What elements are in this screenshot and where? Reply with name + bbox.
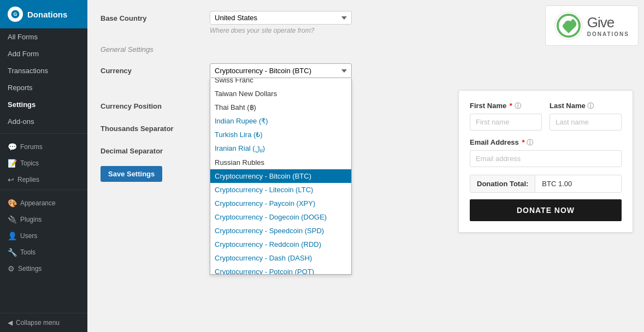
currency-position-label: Currency Position	[101, 99, 210, 110]
sidebar-item-settings2[interactable]: ⚙ Settings	[0, 259, 87, 275]
sidebar-item-plugins[interactable]: 🔌 Plugins	[0, 210, 87, 226]
currency-select-display[interactable]: Cryptocurrency - Bitcoin (BTC)	[210, 63, 352, 78]
first-name-info-icon[interactable]: ⓘ	[515, 102, 521, 110]
sidebar-section-topics-label: Topics	[20, 159, 39, 167]
currency-label: Currency	[101, 63, 210, 75]
general-settings-title: General Settings	[101, 45, 631, 54]
email-group: Email Address * ⓘ	[470, 138, 622, 167]
currency-option-12[interactable]: Cryptocurrency - Dogecoin (DOGE)	[210, 210, 351, 224]
last-name-input[interactable]	[550, 114, 622, 131]
sidebar-logo-text: Donations	[27, 10, 67, 19]
sidebar-section-tools-label: Tools	[20, 248, 36, 256]
currency-option-14[interactable]: Cryptocurrency - Reddcoin (RDD)	[210, 238, 351, 251]
name-row: First Name * ⓘ Last Name ⓘ	[470, 102, 622, 131]
sidebar-item-transactions[interactable]: Transactions	[0, 62, 87, 79]
currency-option-11[interactable]: Cryptocurrency - Paycoin (XPY)	[210, 197, 351, 210]
donation-total-row: Donation Total: BTC 1.00	[470, 175, 622, 193]
currency-option-4[interactable]: Thai Baht (฿)	[210, 100, 351, 114]
last-name-group: Last Name ⓘ	[550, 102, 622, 131]
sidebar-item-tools[interactable]: 🔧 Tools	[0, 242, 87, 259]
sidebar-section-users-label: Users	[20, 232, 37, 240]
sidebar: G Donations All Forms Add Form Transacti…	[0, 0, 87, 332]
currency-option-9[interactable]: Cryptocurrency - Bitcoin (BTC)	[210, 169, 351, 183]
main-content: Base Country United States Where does yo…	[87, 0, 644, 332]
currency-option-16[interactable]: Cryptocurrency - Potcoin (POT)	[210, 265, 351, 275]
donation-total-value: BTC 1.00	[535, 175, 578, 192]
sidebar-item-users[interactable]: 👤 Users	[0, 226, 87, 242]
sidebar-section-forums-label: Forums	[20, 143, 43, 151]
base-country-label: Base Country	[101, 11, 210, 22]
decimal-separator-label: Decimal Separator	[101, 144, 210, 155]
email-input[interactable]	[470, 150, 622, 167]
sidebar-divider-2	[0, 189, 87, 190]
give-logo-area: Give DONATIONS	[545, 5, 639, 46]
sidebar-item-add-form[interactable]: Add Form	[0, 45, 87, 62]
thousands-separator-label: Thousands Separator	[101, 121, 210, 133]
sidebar-section-appearance-label: Appearance	[20, 199, 56, 207]
collapse-arrow-icon: ◀	[8, 319, 13, 327]
email-label: Email Address * ⓘ	[470, 138, 622, 147]
appearance-icon: 🎨	[8, 199, 17, 208]
currency-option-7[interactable]: Iranian Rial (﷼)	[210, 141, 351, 156]
email-info-icon[interactable]: ⓘ	[527, 139, 533, 146]
replies-icon: ↩	[8, 175, 14, 184]
sidebar-item-reports[interactable]: Reports	[0, 79, 87, 96]
sidebar-item-appearance[interactable]: 🎨 Appearance	[0, 193, 87, 210]
last-name-info-icon[interactable]: ⓘ	[587, 102, 594, 110]
collapse-menu-label: Collapse menu	[16, 319, 60, 327]
sidebar-item-topics[interactable]: 📝 Topics	[0, 153, 87, 170]
collapse-menu-button[interactable]: ◀ Collapse menu	[0, 313, 87, 332]
sidebar-item-settings[interactable]: Settings	[0, 96, 87, 113]
sidebar-item-forums[interactable]: 💬 Forums	[0, 137, 87, 153]
sidebar-section-settings-label: Settings	[18, 265, 42, 272]
currency-option-8[interactable]: Russian Rubles	[210, 156, 351, 169]
sidebar-item-replies[interactable]: ↩ Replies	[0, 170, 87, 186]
base-country-select[interactable]: United States	[210, 11, 352, 25]
currency-option-6[interactable]: Turkish Lira (₺)	[210, 128, 351, 141]
plugins-icon: 🔌	[8, 215, 17, 224]
sidebar-nav: All Forms Add Form Transactions Reports …	[0, 28, 87, 313]
settings-icon: ⚙	[8, 264, 15, 273]
give-logo-svg	[554, 11, 583, 40]
svg-text:G: G	[13, 11, 17, 17]
currency-option-3[interactable]: Taiwan New Dollars	[210, 87, 351, 100]
sidebar-logo[interactable]: G Donations	[0, 0, 87, 28]
users-icon: 👤	[8, 232, 17, 240]
sidebar-section-replies-label: Replies	[17, 176, 39, 183]
first-name-required: *	[510, 102, 512, 110]
donate-now-button[interactable]: DONATE NOW	[470, 199, 622, 221]
sidebar-item-addons[interactable]: Add-ons	[0, 113, 87, 130]
first-name-group: First Name * ⓘ	[470, 102, 542, 131]
give-word: Give	[587, 14, 614, 31]
give-text-container: Give DONATIONS	[587, 14, 629, 37]
save-settings-button[interactable]: Save Settings	[101, 166, 162, 182]
give-donations-word: DONATIONS	[587, 31, 629, 37]
last-name-label: Last Name ⓘ	[550, 102, 622, 111]
forums-icon: 💬	[8, 143, 17, 151]
currency-row: Currency Cryptocurrency - Bitcoin (BTC) …	[101, 63, 631, 88]
currency-option-2[interactable]: Swiss Franc	[210, 78, 351, 87]
email-required: *	[522, 138, 524, 146]
first-name-label: First Name * ⓘ	[470, 102, 542, 111]
donation-total-label: Donation Total:	[470, 175, 535, 192]
topics-icon: 📝	[8, 159, 17, 168]
give-brand: Give	[587, 14, 629, 31]
currency-option-5[interactable]: Indian Rupee (₹)	[210, 114, 351, 128]
first-name-input[interactable]	[470, 114, 542, 131]
sidebar-divider	[0, 133, 87, 134]
sidebar-item-all-forms[interactable]: All Forms	[0, 28, 87, 45]
currency-wrapper: Cryptocurrency - Bitcoin (BTC) Singapore…	[210, 63, 352, 78]
currency-dropdown-list[interactable]: Singapore Dollar ($)Swedish KronaSwiss F…	[210, 78, 352, 275]
tools-icon: 🔧	[8, 248, 17, 257]
currency-option-13[interactable]: Cryptocurrency - Speedcoin (SPD)	[210, 224, 351, 238]
donation-panel: First Name * ⓘ Last Name ⓘ Email Address…	[458, 90, 633, 233]
currency-control: Cryptocurrency - Bitcoin (BTC) Singapore…	[210, 63, 631, 88]
give-logo-box: Give DONATIONS	[545, 5, 639, 46]
currency-option-10[interactable]: Cryptocurrency - Litecoin (LTC)	[210, 183, 351, 197]
sidebar-section-plugins-label: Plugins	[20, 216, 42, 223]
currency-option-15[interactable]: Cryptocurrency - Dash (DASH)	[210, 251, 351, 265]
donations-logo-icon: G	[8, 7, 23, 22]
